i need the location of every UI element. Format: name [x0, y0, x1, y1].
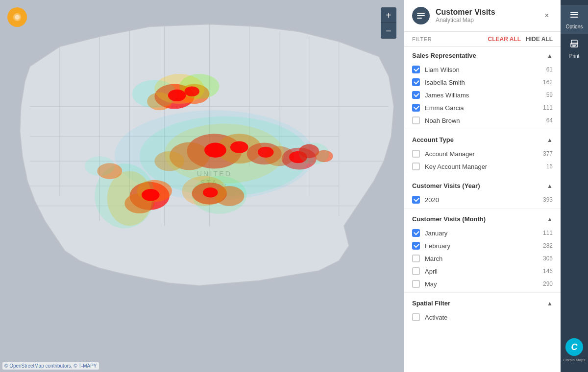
filter-item[interactable]: May290	[404, 278, 561, 290]
filter-item-count: 282	[538, 242, 553, 249]
chevron-up-icon: ▲	[547, 300, 553, 307]
filter-item[interactable]: Activate	[404, 311, 561, 324]
hide-all-button[interactable]: HIDE ALL	[526, 36, 553, 43]
filter-checkbox[interactable]	[412, 163, 420, 170]
filter-item-label: January	[425, 230, 533, 237]
section-divider	[404, 208, 561, 209]
svg-rect-63	[571, 40, 577, 44]
filter-checkbox[interactable]	[412, 242, 420, 250]
section-spatial_filter: Spatial Filter ▲ Activate	[404, 295, 561, 324]
filter-item-label: Isabella Smith	[425, 79, 533, 86]
svg-point-49	[203, 187, 218, 197]
filter-item-label: Noah Brown	[425, 117, 533, 124]
map-area[interactable]: UNITED STA...	[0, 0, 404, 372]
section-customer_visits_year: Customer Visits (Year) ▲ 2020393	[404, 177, 561, 209]
filter-item[interactable]: Isabella Smith162	[404, 76, 561, 89]
filter-checkbox[interactable]	[412, 196, 420, 204]
filter-item-label: James Williams	[425, 92, 533, 99]
section-title-customer_visits_month: Customer Visits (Month)	[412, 215, 486, 223]
svg-point-44	[142, 189, 160, 201]
chevron-up-icon: ▲	[547, 52, 553, 59]
section-account_type: Account Type ▲ Account Manager377Key Acc…	[404, 131, 561, 175]
filter-checkbox[interactable]	[412, 116, 420, 124]
filter-checkbox[interactable]	[412, 280, 420, 288]
filter-item-count: 305	[538, 255, 553, 262]
panel-header: Customer Visits Analytical Map ×	[404, 0, 561, 32]
corpis-label: Corpis Maps	[564, 358, 586, 362]
print-label: Print	[569, 53, 580, 59]
svg-point-36	[230, 141, 248, 153]
svg-rect-66	[572, 46, 575, 47]
right-sidebar: Options Print C Corpis Maps	[561, 0, 588, 372]
filter-item-label: Activate	[425, 314, 533, 321]
filter-item[interactable]: Noah Brown64	[404, 114, 561, 127]
close-button[interactable]: ×	[541, 10, 553, 22]
svg-rect-59	[417, 18, 422, 19]
options-button[interactable]: Options	[561, 5, 588, 34]
filter-item-label: March	[425, 255, 533, 262]
section-divider	[404, 129, 561, 129]
filter-checkbox[interactable]	[412, 104, 420, 112]
section-header-sales_rep[interactable]: Sales Representative ▲	[404, 47, 561, 63]
svg-rect-65	[572, 45, 576, 46]
filter-item[interactable]: March305	[404, 252, 561, 265]
filter-checkbox[interactable]	[412, 91, 420, 99]
filter-item[interactable]: James Williams59	[404, 89, 561, 101]
app-logo	[7, 7, 27, 27]
chevron-up-icon: ▲	[547, 137, 553, 143]
svg-rect-62	[570, 17, 578, 18]
panel-subtitle: Analytical Map	[436, 17, 535, 23]
chevron-up-icon: ▲	[547, 216, 553, 223]
section-header-account_type[interactable]: Account Type ▲	[404, 131, 561, 147]
map-zoom-controls: + −	[381, 7, 396, 39]
filter-checkbox[interactable]	[412, 78, 420, 86]
filter-checkbox[interactable]	[412, 267, 420, 275]
filter-item[interactable]: April146	[404, 265, 561, 278]
section-divider	[404, 292, 561, 293]
section-customer_visits_month: Customer Visits (Month) ▲ January111Febr…	[404, 210, 561, 293]
panel-title: Customer Visits	[436, 8, 535, 17]
filter-item[interactable]: Liam Wilson61	[404, 63, 561, 76]
section-header-spatial_filter[interactable]: Spatial Filter ▲	[404, 295, 561, 311]
zoom-in-button[interactable]: +	[381, 7, 396, 23]
section-sales_rep: Sales Representative ▲ Liam Wilson61Isab…	[404, 47, 561, 129]
filter-item[interactable]: January111	[404, 227, 561, 239]
filter-item-count: 64	[538, 117, 553, 124]
filter-item-count: 162	[538, 79, 553, 86]
filter-checkbox[interactable]	[412, 313, 420, 321]
clear-all-button[interactable]: CLEAR ALL	[488, 36, 521, 43]
svg-point-24	[184, 87, 199, 96]
section-title-spatial_filter: Spatial Filter	[412, 300, 450, 307]
filter-checkbox[interactable]	[412, 255, 420, 262]
filter-item-count: 393	[538, 196, 553, 203]
panel-icon	[412, 7, 430, 24]
section-title-account_type: Account Type	[412, 136, 454, 143]
svg-point-23	[168, 90, 186, 101]
filter-checkbox[interactable]	[412, 150, 420, 158]
options-icon	[569, 10, 579, 22]
filter-item-count: 16	[538, 163, 553, 170]
filter-item-count: 111	[538, 104, 553, 111]
chevron-up-icon: ▲	[547, 183, 553, 189]
map-attribution: © OpenStreetMap contributors, © T-MAPY	[2, 362, 99, 370]
filter-item[interactable]: Account Manager377	[404, 147, 561, 160]
filter-item-count: 111	[538, 230, 553, 236]
filter-checkbox[interactable]	[412, 66, 420, 73]
filter-item[interactable]: Key Account Manager16	[404, 160, 561, 173]
filter-item[interactable]: Emma Garcia111	[404, 101, 561, 114]
filter-item[interactable]: 2020393	[404, 193, 561, 206]
filter-item-label: April	[425, 268, 533, 275]
section-header-customer_visits_month[interactable]: Customer Visits (Month) ▲	[404, 210, 561, 227]
filter-item-label: February	[425, 242, 533, 250]
zoom-out-button[interactable]: −	[381, 23, 396, 39]
section-header-customer_visits_year[interactable]: Customer Visits (Year) ▲	[404, 177, 561, 193]
section-divider	[404, 175, 561, 175]
filter-item[interactable]: February282	[404, 239, 561, 252]
filter-item-count: 61	[538, 66, 553, 73]
print-button[interactable]: Print	[561, 34, 588, 64]
filter-label: FILTER	[412, 36, 483, 42]
print-icon	[569, 39, 579, 51]
svg-point-54	[85, 156, 115, 176]
svg-point-37	[258, 147, 274, 158]
filter-checkbox[interactable]	[412, 229, 420, 237]
